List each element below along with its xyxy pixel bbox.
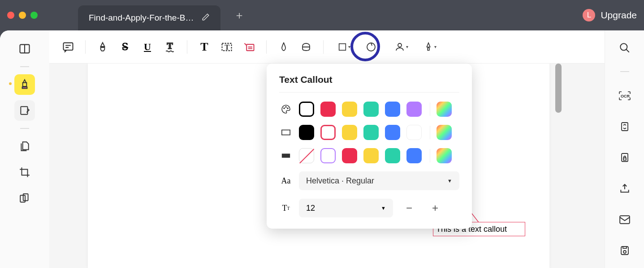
close-window-button[interactable] <box>7 12 14 19</box>
color-swatch-black[interactable] <box>299 102 314 117</box>
svg-point-19 <box>620 43 627 50</box>
svg-rect-24 <box>620 216 630 223</box>
font-size-select[interactable]: 12 ▼ <box>299 199 393 217</box>
save-icon[interactable] <box>614 242 635 260</box>
svg-rect-5 <box>64 43 73 50</box>
active-indicator-dot <box>9 82 12 85</box>
svg-text:T: T <box>225 43 229 51</box>
separator <box>266 40 267 54</box>
svg-rect-27 <box>623 247 627 248</box>
border-swatch-red[interactable] <box>342 148 357 163</box>
text-swatch-red-selected[interactable] <box>320 125 336 140</box>
text-swatch-custom[interactable] <box>437 125 452 140</box>
color-swatch-teal[interactable] <box>363 102 379 117</box>
sidebar-page-icon[interactable] <box>14 136 35 157</box>
svg-point-15 <box>285 106 286 107</box>
divider <box>620 71 629 72</box>
chevron-down-icon: ▾ <box>406 44 408 49</box>
svg-rect-4 <box>23 194 28 200</box>
decrease-size-button[interactable]: − <box>399 198 419 218</box>
separator <box>323 40 324 54</box>
border-swatch-teal[interactable] <box>385 148 400 163</box>
chevron-down-icon: ▼ <box>447 178 452 183</box>
color-swatch-blue[interactable] <box>385 102 400 117</box>
new-tab-button[interactable]: ＋ <box>234 8 245 22</box>
underline-icon[interactable]: U <box>138 37 157 57</box>
text-color-row <box>279 125 459 140</box>
text-swatch-yellow[interactable] <box>342 125 357 140</box>
color-swatch-custom[interactable] <box>437 102 452 117</box>
text-icon[interactable]: T <box>194 37 214 57</box>
lock-icon[interactable] <box>614 149 635 167</box>
edit-tab-icon[interactable] <box>202 13 210 23</box>
vertical-scrollbar[interactable] <box>555 64 562 113</box>
color-swatch-purple[interactable] <box>406 102 422 117</box>
textbox-icon[interactable]: T <box>217 37 237 57</box>
text-swatch-black[interactable] <box>299 125 314 140</box>
user-avatar[interactable]: L <box>583 9 595 21</box>
document-tab[interactable]: Find-and-Apply-For-the-B… <box>78 5 220 30</box>
text-callout-panel: Text Callout <box>267 64 472 229</box>
svg-point-26 <box>623 251 626 253</box>
highlight-tool-icon[interactable] <box>93 37 112 57</box>
svg-rect-23 <box>623 158 626 160</box>
divider <box>20 66 29 67</box>
note-icon[interactable] <box>58 37 78 57</box>
svg-text:OCR: OCR <box>621 94 630 98</box>
sidebar-crop-icon[interactable] <box>14 162 35 183</box>
sidebar-highlight-icon[interactable] <box>14 74 35 95</box>
profile-dropdown[interactable]: ▾ <box>388 37 414 57</box>
font-family-select[interactable]: Helvetica · Regular ▼ <box>299 171 459 190</box>
border-color-row <box>279 148 459 163</box>
share-icon[interactable] <box>614 179 635 198</box>
sidebar-compare-icon[interactable] <box>14 188 35 208</box>
font-icon: Aa <box>279 176 293 186</box>
eraser-icon[interactable] <box>296 37 316 57</box>
sidebar-read-icon[interactable] <box>14 38 35 59</box>
border-swatch-blue[interactable] <box>406 148 422 163</box>
color-swatch-red[interactable] <box>320 102 336 117</box>
maximize-window-button[interactable] <box>30 12 38 19</box>
text-swatch-white[interactable] <box>406 125 422 140</box>
color-swatch-yellow[interactable] <box>342 102 357 117</box>
border-swatch-custom[interactable] <box>437 148 452 163</box>
minimize-window-button[interactable] <box>19 12 26 19</box>
mail-icon[interactable] <box>614 210 635 229</box>
font-family-row: Aa Helvetica · Regular ▼ <box>279 171 459 190</box>
chevron-down-icon: ▾ <box>434 44 437 49</box>
svg-point-14 <box>284 108 285 109</box>
separator <box>430 149 430 162</box>
font-size-row: TT 12 ▼ − + <box>279 198 459 218</box>
fill-color-row <box>279 102 459 117</box>
border-swatch-yellow[interactable] <box>363 148 379 163</box>
stamp-dropdown[interactable]: ▾ <box>359 37 385 57</box>
text-swatch-blue[interactable] <box>385 125 400 140</box>
upgrade-area[interactable]: L Upgrade <box>583 9 637 21</box>
divider <box>20 128 29 129</box>
border-swatch-purple[interactable] <box>320 148 336 163</box>
toolbar: S̶ U T T T ▾ <box>49 30 605 64</box>
callout-tool-icon[interactable] <box>239 37 259 57</box>
ocr-icon[interactable]: OCR <box>614 86 635 105</box>
right-sidebar: OCR <box>605 30 644 268</box>
font-size-icon: TT <box>279 204 293 213</box>
pen-icon[interactable] <box>274 37 294 57</box>
signature-dropdown[interactable]: ▾ <box>417 37 443 57</box>
palette-icon <box>279 104 293 115</box>
text-swatch-teal[interactable] <box>363 125 379 140</box>
main-area: S̶ U T T T ▾ <box>49 30 605 268</box>
shape-dropdown[interactable]: ▾ <box>331 37 357 57</box>
svg-rect-1 <box>22 87 27 88</box>
sidebar-edit-icon[interactable] <box>14 100 35 121</box>
separator <box>187 40 187 54</box>
squiggly-icon[interactable]: T <box>160 37 180 57</box>
convert-icon[interactable] <box>614 117 635 136</box>
separator <box>430 126 430 139</box>
search-icon[interactable] <box>614 38 635 57</box>
strikethrough-icon[interactable]: S̶ <box>115 37 135 57</box>
increase-size-button[interactable]: + <box>425 198 445 218</box>
border-swatch-none[interactable] <box>299 148 314 163</box>
svg-rect-9 <box>246 44 254 51</box>
svg-rect-2 <box>21 106 27 114</box>
chevron-down-icon: ▾ <box>348 44 350 49</box>
